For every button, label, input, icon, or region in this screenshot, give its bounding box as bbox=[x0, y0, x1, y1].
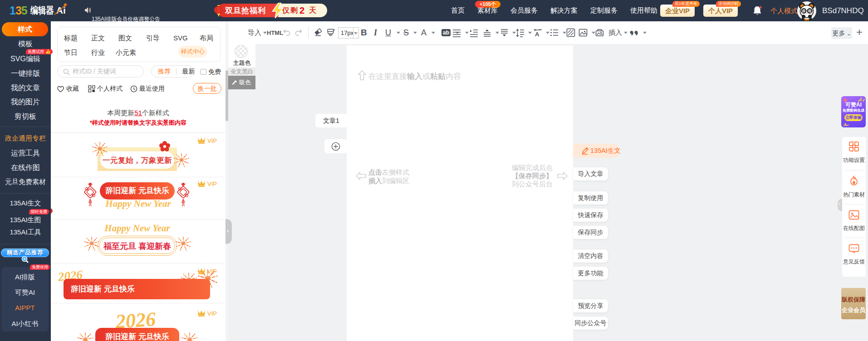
svg-text:A: A bbox=[535, 31, 539, 37]
